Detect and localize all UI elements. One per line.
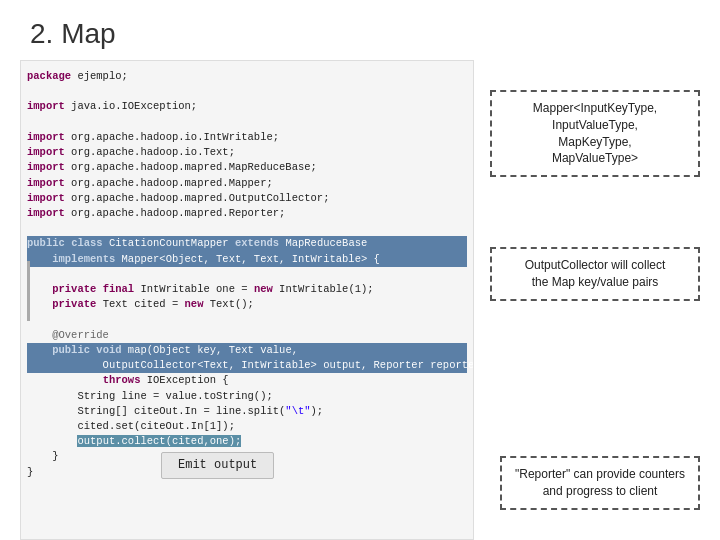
code-panel: package ejemplo; import java.io.IOExcept… bbox=[20, 60, 474, 540]
emit-output-label: Emit output bbox=[161, 452, 274, 479]
sidebar-annotations: Mapper<InputKeyType,InputValueType,MapKe… bbox=[490, 60, 700, 540]
mapper-annotation-text: Mapper<InputKeyType,InputValueType,MapKe… bbox=[533, 101, 657, 165]
reporter-text: "Reporter" can provide countersand progr… bbox=[515, 467, 685, 498]
page-title: 2. Map bbox=[0, 0, 720, 60]
output-collector-annotation-box: OutputCollector will collectthe Map key/… bbox=[490, 247, 700, 301]
mapper-annotation-box: Mapper<InputKeyType,InputValueType,MapKe… bbox=[490, 90, 700, 177]
output-collector-text: OutputCollector will collectthe Map key/… bbox=[525, 258, 666, 289]
reporter-annotation-box: "Reporter" can provide countersand progr… bbox=[500, 456, 700, 510]
